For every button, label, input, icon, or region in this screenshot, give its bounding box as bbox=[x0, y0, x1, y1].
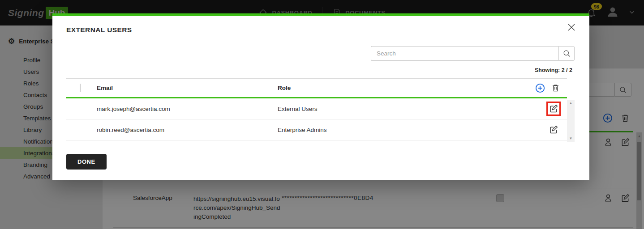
table-scrollbar[interactable]: ▲ ▼ bbox=[567, 100, 575, 142]
showing-count: Showing: 2 / 2 bbox=[535, 67, 572, 73]
done-button[interactable]: DONE bbox=[66, 154, 107, 170]
modal-search-input[interactable] bbox=[371, 46, 558, 61]
modal-close-button[interactable] bbox=[566, 22, 577, 33]
modal-title: EXTERNAL USERS bbox=[66, 26, 132, 34]
modal-search-button[interactable] bbox=[558, 46, 575, 61]
scrollbar-up-icon[interactable]: ▲ bbox=[569, 101, 573, 105]
highlight-box bbox=[546, 102, 561, 116]
row-actions bbox=[518, 125, 567, 134]
add-user-icon[interactable] bbox=[535, 83, 545, 93]
modal-accent-bar bbox=[52, 13, 589, 16]
search-icon bbox=[562, 49, 571, 58]
select-all-cell bbox=[80, 84, 97, 92]
row-actions bbox=[518, 102, 567, 116]
table-header-row: Email Role bbox=[66, 78, 567, 98]
row-role: External Users bbox=[278, 106, 518, 112]
row-email: mark.joseph@ascertia.com bbox=[97, 106, 278, 112]
external-users-modal: EXTERNAL USERS Showing: 2 / 2 Em bbox=[52, 13, 589, 180]
table-row: robin.reed@ascertia.com Enterprise Admin… bbox=[66, 119, 567, 140]
close-icon bbox=[567, 23, 576, 32]
scrollbar-down-icon[interactable]: ▼ bbox=[569, 136, 573, 140]
edit-icon[interactable] bbox=[549, 104, 558, 113]
select-all-checkbox[interactable] bbox=[80, 84, 81, 92]
row-role: Enterprise Admins bbox=[278, 127, 518, 133]
table-main: Email Role mark.joseph@ascertia.com bbox=[66, 78, 567, 142]
role-column-header: Role bbox=[278, 85, 518, 91]
external-users-table: Email Role mark.joseph@ascertia.com bbox=[66, 78, 575, 142]
table-header-actions bbox=[518, 83, 567, 93]
app-root: Signing Hub DASHBOARD DOCUMENTS bbox=[0, 0, 644, 229]
email-column-header: Email bbox=[97, 85, 278, 91]
edit-icon[interactable] bbox=[549, 125, 558, 134]
row-email: robin.reed@ascertia.com bbox=[97, 127, 278, 133]
modal-search bbox=[371, 46, 575, 61]
table-row: mark.joseph@ascertia.com External Users bbox=[66, 98, 567, 119]
trash-icon[interactable] bbox=[551, 84, 560, 92]
